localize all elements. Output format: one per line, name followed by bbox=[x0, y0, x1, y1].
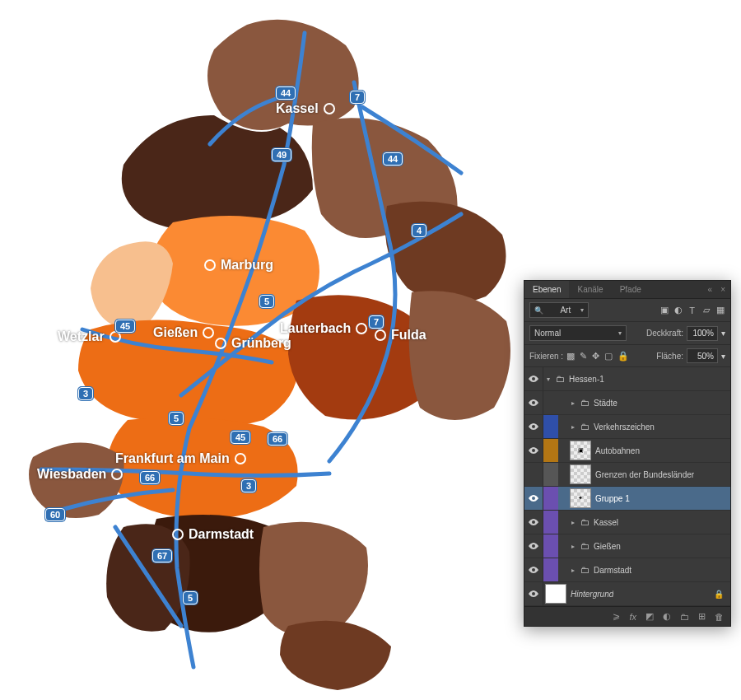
chevron-down-icon[interactable]: ▾ bbox=[721, 352, 725, 361]
layer-name: Darmstadt bbox=[594, 566, 631, 575]
lock-transparency-icon[interactable]: ▩ bbox=[566, 351, 575, 362]
eye-icon[interactable] bbox=[529, 376, 538, 382]
eye-icon[interactable] bbox=[529, 567, 538, 573]
road-badge: 3 bbox=[241, 479, 256, 492]
disclosure-closed-icon[interactable]: ▸ bbox=[570, 543, 576, 550]
panel-footer: ⩾ fx ◩ ◐ 🗀 ⊞ 🗑 bbox=[524, 606, 730, 626]
layer-row-verkehr[interactable]: ▸ 🗀 Verkehrszeichen bbox=[524, 415, 730, 439]
city-dot-icon bbox=[324, 103, 335, 114]
eye-icon[interactable] bbox=[529, 495, 538, 502]
eye-icon[interactable] bbox=[529, 447, 538, 454]
layer-thumbnail bbox=[570, 464, 591, 484]
opacity-input[interactable]: 100% bbox=[687, 326, 718, 341]
road-badge: 67 bbox=[152, 549, 172, 562]
link-layers-icon[interactable]: ⩾ bbox=[613, 611, 620, 622]
fill-value: 50% bbox=[697, 352, 714, 361]
city-frankfurt: Frankfurt am Main bbox=[115, 451, 246, 466]
road-badge: 44 bbox=[383, 152, 403, 166]
blend-row: Normal ▾ Deckkraft: 100% ▾ bbox=[524, 322, 730, 345]
tab-paths[interactable]: Pfade bbox=[612, 281, 650, 298]
layer-fx-icon[interactable]: fx bbox=[629, 612, 636, 622]
city-label: Darmstadt bbox=[189, 527, 254, 542]
layer-row-staedte[interactable]: ▸ 🗀 Städte bbox=[524, 391, 730, 415]
close-icon[interactable]: × bbox=[720, 285, 725, 294]
layer-row-root[interactable]: ▾ 🗀 Hessen-1 bbox=[524, 367, 730, 391]
region-s2 bbox=[280, 621, 391, 690]
city-dot-icon bbox=[204, 259, 216, 271]
lock-all-icon[interactable]: 🔒 bbox=[618, 351, 629, 362]
layer-row-kassel[interactable]: ▸ 🗀 Kassel bbox=[524, 511, 730, 534]
blend-mode-dropdown[interactable]: Normal ▾ bbox=[529, 325, 627, 341]
eye-icon[interactable] bbox=[529, 423, 538, 430]
layer-name: Hintergrund bbox=[571, 590, 613, 599]
color-swatch bbox=[543, 558, 558, 581]
layer-name: Grenzen der Bundesländer bbox=[595, 470, 694, 479]
filter-shape-icon[interactable]: ▱ bbox=[701, 305, 711, 315]
eye-icon[interactable] bbox=[529, 399, 538, 406]
city-lauterbach: Lauterbach bbox=[280, 321, 367, 336]
panel-window-controls: « × bbox=[708, 285, 730, 294]
city-marburg: Marburg bbox=[204, 258, 273, 273]
region-fulda bbox=[409, 291, 510, 420]
filter-kind-dropdown[interactable]: 🔍 Art ▾ bbox=[529, 302, 589, 318]
eye-icon[interactable] bbox=[529, 519, 538, 525]
eye-icon[interactable] bbox=[529, 543, 538, 549]
layer-row-grenzen[interactable]: Grenzen der Bundesländer bbox=[524, 463, 730, 487]
city-dot-icon bbox=[172, 529, 184, 540]
layer-name: Hessen-1 bbox=[569, 375, 604, 384]
new-group-icon[interactable]: 🗀 bbox=[680, 612, 689, 622]
folder-icon: 🗀 bbox=[580, 565, 590, 575]
road-badge: 60 bbox=[45, 508, 65, 521]
road-badge: 7 bbox=[369, 315, 384, 329]
adjustment-icon[interactable]: ◐ bbox=[663, 611, 671, 622]
disclosure-open-icon[interactable]: ▾ bbox=[545, 376, 552, 383]
filter-pixel-icon[interactable]: ▣ bbox=[659, 305, 669, 315]
filter-smart-icon[interactable]: ▦ bbox=[715, 305, 725, 315]
color-swatch bbox=[543, 487, 558, 510]
road-badge: 7 bbox=[350, 91, 365, 104]
layer-row-autobahnen[interactable]: ▣ Autobahnen bbox=[524, 439, 730, 463]
fill-input[interactable]: 50% bbox=[687, 348, 718, 363]
new-layer-icon[interactable]: ⊞ bbox=[698, 611, 706, 622]
filter-type-icon[interactable]: T bbox=[687, 305, 697, 315]
filter-adjustment-icon[interactable]: ◐ bbox=[673, 305, 683, 315]
eye-icon[interactable] bbox=[529, 590, 538, 597]
layer-row-gruppe1[interactable]: ✦ Gruppe 1 bbox=[524, 487, 730, 511]
folder-icon: 🗀 bbox=[556, 374, 565, 384]
layer-row-darmstadt[interactable]: ▸ 🗀 Darmstadt bbox=[524, 558, 730, 582]
disclosure-closed-icon[interactable]: ▸ bbox=[570, 567, 576, 574]
disclosure-closed-icon[interactable]: ▸ bbox=[570, 423, 576, 431]
region-marburg-light bbox=[91, 241, 173, 332]
chevron-down-icon[interactable]: ▾ bbox=[721, 329, 725, 338]
tab-layers[interactable]: Ebenen bbox=[524, 281, 569, 298]
city-dot-icon bbox=[356, 323, 367, 334]
folder-icon: 🗀 bbox=[580, 541, 590, 551]
collapse-icon[interactable]: « bbox=[708, 285, 713, 294]
lock-artboard-icon[interactable]: ▢ bbox=[604, 351, 613, 362]
layer-row-hintergrund[interactable]: Hintergrund 🔒 bbox=[524, 582, 730, 606]
layer-name: Gießen bbox=[594, 542, 621, 551]
layer-name: Gruppe 1 bbox=[595, 494, 630, 503]
lock-position-icon[interactable]: ✥ bbox=[592, 351, 599, 362]
layer-thumbnail bbox=[545, 584, 566, 604]
layer-row-giessen[interactable]: ▸ 🗀 Gießen bbox=[524, 534, 730, 558]
opacity-value: 100% bbox=[692, 329, 714, 338]
add-mask-icon[interactable]: ◩ bbox=[645, 611, 654, 622]
disclosure-closed-icon[interactable]: ▸ bbox=[570, 519, 576, 526]
city-label: Frankfurt am Main bbox=[115, 451, 230, 466]
lock-pixels-icon[interactable]: ✎ bbox=[580, 351, 587, 362]
tab-channels[interactable]: Kanäle bbox=[569, 281, 611, 298]
layer-thumbnail: ▣ bbox=[570, 441, 591, 460]
color-swatch bbox=[543, 415, 558, 438]
road-badge: 66 bbox=[268, 432, 287, 446]
delete-layer-icon[interactable]: 🗑 bbox=[715, 612, 724, 622]
folder-icon: 🗀 bbox=[580, 422, 590, 432]
city-kassel: Kassel bbox=[276, 101, 335, 116]
lock-icon[interactable]: 🔒 bbox=[714, 590, 730, 599]
map-canvas[interactable]: Kassel Marburg Gießen Grünberg Wetzlar L… bbox=[0, 0, 527, 700]
chevron-down-icon: ▾ bbox=[580, 306, 584, 314]
layers-panel[interactable]: Ebenen Kanäle Pfade « × 🔍 Art ▾ ▣ ◐ T ▱ … bbox=[524, 280, 731, 627]
color-swatch bbox=[543, 534, 558, 558]
disclosure-closed-icon[interactable]: ▸ bbox=[570, 399, 576, 407]
city-dot-icon bbox=[375, 329, 386, 341]
